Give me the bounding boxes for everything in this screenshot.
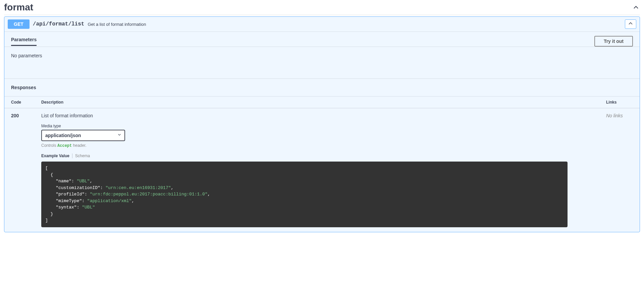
endpoint-summary: Get a list of format information (88, 22, 146, 27)
chevron-up-icon[interactable] (632, 3, 640, 11)
media-type-select-wrap: application/json (41, 130, 125, 141)
parameters-body: No parameters (4, 47, 640, 78)
responses-title: Responses (11, 85, 633, 90)
controls-suffix: header. (72, 143, 86, 148)
response-links: No links (606, 113, 633, 227)
header-links: Links (606, 100, 633, 105)
try-it-out-button[interactable]: Try it out (594, 36, 633, 47)
collapse-button[interactable] (625, 19, 636, 29)
response-description: List of format information (41, 113, 606, 118)
section-title: format (4, 2, 33, 13)
media-type-label: Media type (41, 124, 606, 128)
example-schema-tabs: Example Value Schema (41, 154, 606, 158)
endpoint-path: /api/format/list (33, 21, 85, 27)
parameters-tab[interactable]: Parameters (11, 37, 37, 46)
parameters-section: Parameters Try it out (4, 32, 640, 47)
header-code: Code (11, 100, 41, 105)
controls-accept: Accept (57, 143, 72, 148)
tab-schema[interactable]: Schema (72, 154, 90, 158)
controls-prefix: Controls (41, 143, 57, 148)
endpoint-header-left: GET /api/format/list Get a list of forma… (8, 19, 146, 29)
chevron-up-icon (627, 20, 634, 28)
divider (4, 15, 640, 15)
example-code-block: [ { "name": "UBL", "customizationID": "u… (41, 162, 568, 227)
controls-hint: Controls Accept header. (41, 143, 606, 148)
tab-example-value[interactable]: Example Value (41, 154, 72, 158)
responses-section: Responses (4, 79, 640, 96)
endpoint-block: GET /api/format/list Get a list of forma… (4, 16, 640, 232)
response-row: 200 List of format information Media typ… (4, 108, 640, 232)
responses-table-header: Code Description Links (4, 97, 640, 108)
media-type-select[interactable]: application/json (41, 130, 125, 141)
parameters-header: Parameters Try it out (11, 36, 633, 47)
header-description: Description (41, 100, 606, 105)
response-code: 200 (11, 113, 41, 227)
endpoint-header[interactable]: GET /api/format/list Get a list of forma… (4, 17, 640, 32)
section-header[interactable]: format (4, 0, 640, 15)
method-badge: GET (8, 19, 30, 29)
response-description-col: List of format information Media type ap… (41, 113, 606, 227)
